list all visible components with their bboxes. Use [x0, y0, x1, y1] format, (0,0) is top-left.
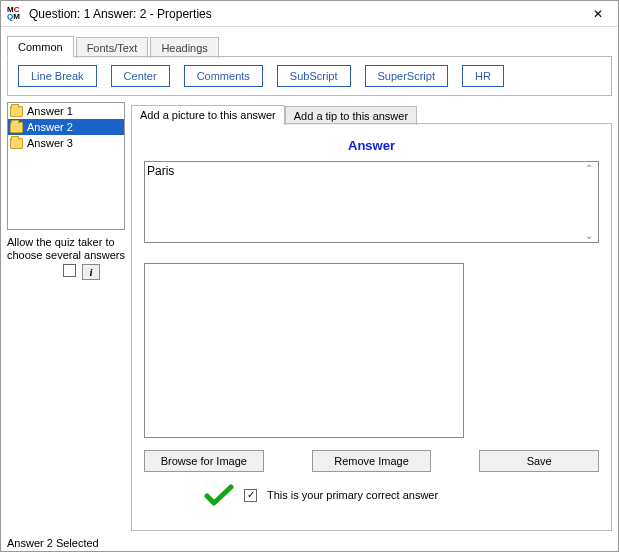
center-button[interactable]: Center [111, 65, 170, 87]
subtab-label: Add a picture to this answer [140, 109, 276, 121]
tree-item-answer-2[interactable]: Answer 2 [8, 119, 124, 135]
button-label: SuperScript [378, 70, 435, 82]
tree-item-answer-3[interactable]: Answer 3 [8, 135, 124, 151]
subtab-label: Add a tip to this answer [294, 110, 408, 122]
button-label: Browse for Image [161, 455, 247, 467]
image-preview-box [144, 263, 464, 438]
tab-label: Headings [161, 42, 207, 54]
tab-fonts-text[interactable]: Fonts/Text [76, 37, 149, 58]
superscript-button[interactable]: SuperScript [365, 65, 448, 87]
folder-icon [10, 106, 23, 117]
checkmark-icon [204, 484, 234, 506]
tab-headings[interactable]: Headings [150, 37, 218, 58]
main-area: Answer 1 Answer 2 Answer 3 Allow the qui… [1, 102, 618, 535]
sub-tabstrip: Add a picture to this answer Add a tip t… [131, 102, 612, 124]
tab-common[interactable]: Common [7, 36, 74, 58]
image-button-row: Browse for Image Remove Image Save [144, 450, 599, 472]
answer-textarea[interactable] [144, 161, 599, 243]
primary-answer-label: This is your primary correct answer [267, 489, 438, 501]
browse-image-button[interactable]: Browse for Image [144, 450, 264, 472]
allow-multiple-label: Allow the quiz taker to choose several a… [7, 236, 125, 262]
main-tabstrip: Common Fonts/Text Headings [1, 27, 618, 57]
primary-answer-row: ✓ This is your primary correct answer [144, 484, 599, 506]
info-icon: i [89, 266, 92, 278]
close-button[interactable]: ✕ [584, 4, 612, 24]
folder-icon [10, 138, 23, 149]
answers-tree[interactable]: Answer 1 Answer 2 Answer 3 [7, 102, 125, 230]
info-button[interactable]: i [82, 264, 100, 280]
tab-label: Fonts/Text [87, 42, 138, 54]
allow-multiple-checkbox[interactable] [63, 264, 76, 277]
save-button[interactable]: Save [479, 450, 599, 472]
answer-panel: Answer ⌃ ⌄ Browse for Image Remove Image… [131, 124, 612, 531]
button-label: Line Break [31, 70, 84, 82]
status-bar: Answer 2 Selected [1, 535, 618, 551]
tree-item-label: Answer 1 [27, 105, 73, 117]
button-label: Save [527, 455, 552, 467]
button-label: Comments [197, 70, 250, 82]
checkbox-mark-icon: ✓ [247, 490, 255, 500]
tree-item-answer-1[interactable]: Answer 1 [8, 103, 124, 119]
button-label: SubScript [290, 70, 338, 82]
dialog-window: MC QM Question: 1 Answer: 2 - Properties… [0, 0, 619, 552]
subscript-button[interactable]: SubScript [277, 65, 351, 87]
subtab-add-picture[interactable]: Add a picture to this answer [131, 105, 285, 125]
formatting-toolbar: Line Break Center Comments SubScript Sup… [7, 57, 612, 96]
folder-icon [10, 122, 23, 133]
titlebar: MC QM Question: 1 Answer: 2 - Properties… [1, 1, 618, 27]
app-icon: MC QM [7, 6, 23, 22]
tab-label: Common [18, 41, 63, 53]
hr-button[interactable]: HR [462, 65, 504, 87]
window-title: Question: 1 Answer: 2 - Properties [29, 7, 584, 21]
content-area: Add a picture to this answer Add a tip t… [131, 102, 612, 531]
button-label: Center [124, 70, 157, 82]
sidebar: Answer 1 Answer 2 Answer 3 Allow the qui… [7, 102, 125, 531]
allow-multiple-controls: i [63, 264, 125, 280]
close-icon: ✕ [593, 7, 603, 21]
tree-item-label: Answer 2 [27, 121, 73, 133]
line-break-button[interactable]: Line Break [18, 65, 97, 87]
comments-button[interactable]: Comments [184, 65, 263, 87]
tree-item-label: Answer 3 [27, 137, 73, 149]
remove-image-button[interactable]: Remove Image [312, 450, 432, 472]
answer-text-wrap: ⌃ ⌄ [144, 161, 599, 245]
status-text: Answer 2 Selected [1, 535, 121, 551]
button-label: HR [475, 70, 491, 82]
answer-heading: Answer [144, 138, 599, 153]
button-label: Remove Image [334, 455, 409, 467]
primary-answer-checkbox[interactable]: ✓ [244, 489, 257, 502]
